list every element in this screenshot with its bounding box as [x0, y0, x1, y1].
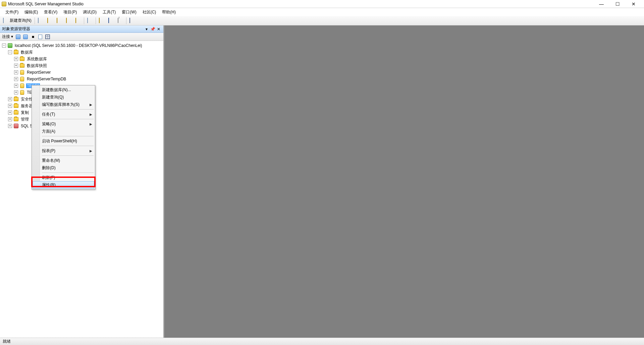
databases-label: 数据库 [20, 50, 34, 55]
filter-button[interactable] [45, 34, 51, 40]
server-label: localhost (SQL Server 10.50.1600 - DESKT… [14, 43, 143, 48]
menu-debug[interactable]: 调试(D) [80, 9, 99, 16]
cm-delete-label: 删除(D) [42, 165, 56, 171]
expand-toggle[interactable] [14, 84, 18, 88]
connect-button[interactable] [15, 34, 21, 40]
database-icon [19, 83, 25, 88]
separator [96, 17, 96, 24]
cm-tasks[interactable]: 任务(T)▶ [33, 111, 94, 118]
menu-project[interactable]: 项目(P) [61, 9, 79, 16]
open-file-button[interactable] [97, 17, 106, 24]
tree-node-server[interactable]: localhost (SQL Server 10.50.1600 - DESKT… [2, 42, 163, 49]
disconnect-button[interactable] [22, 34, 29, 40]
refresh-button[interactable] [37, 34, 43, 40]
cm-tasks-label: 任务(T) [42, 112, 55, 117]
expand-toggle[interactable] [14, 70, 18, 74]
separator [126, 17, 126, 24]
object-explorer-toolbar: 连接 ▾ ■ [0, 33, 163, 41]
document-area [164, 25, 644, 338]
maximize-button[interactable]: ☐ [613, 1, 622, 7]
separator [84, 17, 84, 24]
cm-properties[interactable]: 属性(R) [33, 181, 94, 189]
folder-icon [13, 96, 19, 102]
window-controls: — ☐ ✕ [597, 1, 643, 7]
connect-icon [16, 34, 20, 39]
cm-policies[interactable]: 策略(O)▶ [33, 120, 94, 128]
tb-btn-4[interactable] [64, 17, 73, 24]
expand-toggle[interactable] [2, 44, 6, 48]
cm-new-database-label: 新建数据库(N)... [42, 87, 71, 93]
statusbar: 就绪 [0, 338, 644, 345]
tb-btn-1[interactable] [36, 17, 45, 24]
menu-help[interactable]: 帮助(H) [159, 9, 178, 16]
titlebar: Microsoft SQL Server Management Studio —… [0, 0, 644, 8]
cm-refresh[interactable]: 刷新(F) [33, 174, 94, 181]
expand-toggle[interactable] [8, 104, 12, 108]
expand-toggle[interactable] [8, 50, 12, 54]
tb-btn-5[interactable] [74, 17, 83, 24]
cm-start-powershell[interactable]: 启动 PowerShell(H) [33, 137, 94, 145]
menu-edit[interactable]: 编辑(E) [22, 9, 41, 16]
object-explorer-header: 对象资源管理器 ▾ 📌 ✕ [0, 25, 163, 33]
close-icon[interactable]: ✕ [156, 26, 161, 32]
folder-icon [13, 103, 19, 109]
expand-toggle[interactable] [14, 77, 18, 81]
cm-new-database[interactable]: 新建数据库(N)... [33, 86, 94, 93]
separator [42, 172, 94, 173]
expand-toggle[interactable] [8, 97, 12, 101]
chevron-right-icon: ▶ [90, 149, 92, 153]
separator [42, 155, 94, 156]
connect-dropdown[interactable]: 连接 ▾ [2, 34, 13, 40]
menu-window[interactable]: 窗口(W) [119, 9, 139, 16]
document-icon [38, 18, 43, 23]
stop-button[interactable]: ■ [30, 34, 36, 40]
object-explorer-title: 对象资源管理器 [2, 26, 143, 32]
minimize-button[interactable]: — [597, 1, 606, 7]
main-toolbar: 新建查询(N) [0, 16, 644, 25]
new-query-label: 新建查询(N) [10, 18, 32, 23]
tb-btn-6[interactable] [86, 17, 94, 24]
cm-rename[interactable]: 重命名(M) [33, 157, 94, 164]
cm-delete[interactable]: 删除(D) [33, 164, 94, 171]
new-query-button[interactable]: 新建查询(N) [1, 17, 33, 24]
xmla-query-icon [87, 18, 93, 23]
cm-new-query[interactable]: 新建查询(Q) [33, 93, 94, 101]
folder-icon [13, 117, 19, 122]
save-button[interactable] [107, 17, 115, 24]
menu-tools[interactable]: 工具(T) [100, 9, 118, 16]
pin-icon[interactable]: 📌 [150, 26, 155, 32]
reportserver-label: ReportServer [26, 70, 51, 75]
mdx-query-icon [66, 18, 71, 23]
expand-toggle[interactable] [8, 124, 12, 128]
menu-view[interactable]: 查看(V) [41, 9, 60, 16]
tree-node-system-databases[interactable]: 系统数据库 [2, 56, 163, 62]
menu-file[interactable]: 文件(F) [3, 9, 21, 16]
close-button[interactable]: ✕ [629, 1, 638, 7]
tree-node-reportservertempdb[interactable]: ReportServerTempDB [2, 76, 163, 82]
cm-reports[interactable]: 报表(P)▶ [33, 147, 94, 154]
chevron-right-icon: ▶ [90, 103, 92, 107]
tree-node-reportserver[interactable]: ReportServer [2, 69, 163, 76]
dropdown-icon[interactable]: ▾ [144, 26, 149, 32]
cm-facets-label: 方面(A) [42, 129, 55, 134]
tb-btn-2[interactable] [46, 17, 54, 24]
tree-node-databases[interactable]: 数据库 [2, 49, 163, 56]
cm-facets[interactable]: 方面(A) [33, 128, 94, 135]
save-icon [108, 18, 114, 23]
expand-toggle[interactable] [8, 111, 12, 115]
sql-agent-icon [13, 123, 19, 129]
window-title: Microsoft SQL Server Management Studio [8, 2, 84, 6]
separator [42, 119, 94, 119]
expand-toggle[interactable] [14, 57, 18, 61]
activity-monitor-button[interactable] [128, 17, 137, 24]
server-icon [7, 43, 13, 48]
tb-btn-3[interactable] [55, 17, 64, 24]
expand-toggle[interactable] [14, 64, 18, 68]
menu-community[interactable]: 社区(C) [140, 9, 159, 16]
tree-node-db-snapshots[interactable]: 数据库快照 [2, 62, 163, 69]
expand-toggle[interactable] [14, 90, 18, 94]
print-icon [118, 18, 123, 23]
cm-script-db-as[interactable]: 编写数据库脚本为(S)▶ [33, 101, 94, 108]
expand-toggle[interactable] [8, 117, 12, 121]
print-button[interactable] [116, 17, 125, 24]
